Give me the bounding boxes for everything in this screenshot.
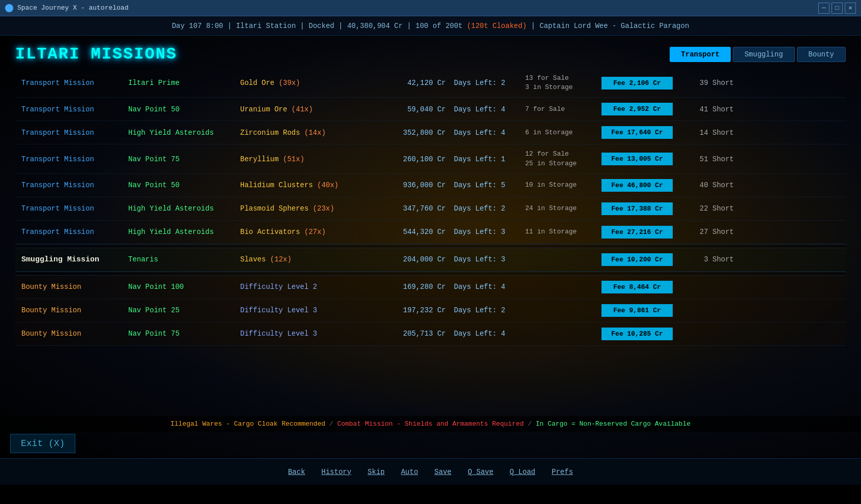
mission-type: Transport Mission: [21, 228, 128, 236]
mission-value: 260,100 Cr: [383, 155, 454, 163]
legend-combat: Combat Mission - Shields and Armaments R…: [337, 420, 524, 428]
section-divider: [15, 244, 846, 248]
bottom-nav: BackHistorySkipAutoSaveQ SaveQ LoadPrefs: [0, 458, 861, 485]
mission-stock: 10 in Storage: [525, 181, 601, 190]
status-text: Day 107 8:00 | Iltari Station | Docked |…: [172, 22, 463, 30]
mission-stock: 11 in Storage: [525, 227, 601, 236]
app-icon: [5, 4, 13, 12]
mission-days: Days Left: 4: [454, 330, 525, 338]
exit-button[interactable]: Exit (X): [10, 434, 75, 453]
accept-mission-button[interactable]: Fee 8,464 Cr: [601, 281, 673, 293]
mission-fee-col: Fee 13,005 Cr: [601, 153, 683, 165]
legend-sep2: /: [528, 420, 536, 428]
mission-short: 27 Short: [683, 228, 734, 236]
accept-mission-button[interactable]: Fee 13,005 Cr: [601, 153, 673, 165]
transport-row[interactable]: Transport Mission Nav Point 50 Uranium O…: [15, 98, 846, 121]
mission-destination: High Yield Asteroids: [128, 129, 240, 137]
tab-bounty[interactable]: Bounty: [797, 47, 846, 62]
mission-value: 169,280 Cr: [383, 283, 454, 291]
mission-fee-col: Fee 46,800 Cr: [601, 179, 683, 192]
mission-fee-col: Fee 2,106 Cr: [601, 77, 683, 90]
bounty-row[interactable]: Bounty Mission Nav Point 25 Difficulty L…: [15, 299, 846, 322]
mission-destination: Nav Point 50: [128, 105, 240, 113]
mission-fee-col: Fee 8,464 Cr: [601, 281, 683, 293]
minimize-button[interactable]: —: [818, 3, 829, 14]
mission-days: Days Left: 1: [454, 155, 525, 163]
accept-mission-button[interactable]: Fee 27,216 Cr: [601, 226, 673, 239]
accept-mission-button[interactable]: Fee 17,388 Cr: [601, 202, 673, 215]
mission-destination: High Yield Asteroids: [128, 204, 240, 213]
mission-difficulty: Difficulty Level 3: [240, 306, 383, 314]
accept-mission-button[interactable]: Fee 9,861 Cr: [601, 304, 673, 317]
transport-row[interactable]: Transport Mission Nav Point 50 Halidium …: [15, 174, 846, 197]
mission-fee-col: Fee 10,200 Cr: [601, 253, 683, 266]
mission-difficulty: Difficulty Level 3: [240, 330, 383, 338]
transport-row[interactable]: Transport Mission Nav Point 75 Beryllium…: [15, 144, 846, 173]
bounty-row[interactable]: Bounty Mission Nav Point 100 Difficulty …: [15, 276, 846, 299]
mission-days: Days Left: 2: [454, 306, 525, 314]
mission-cargo: Gold Ore (39x): [240, 79, 383, 87]
mission-fee-col: Fee 2,952 Cr: [601, 103, 683, 115]
bounty-row[interactable]: Bounty Mission Nav Point 75 Difficulty L…: [15, 322, 846, 346]
accept-mission-button[interactable]: Fee 10,285 Cr: [601, 328, 673, 340]
mission-cargo: Plasmoid Spheres (23x): [240, 204, 383, 213]
transport-row[interactable]: Transport Mission High Yield Asteroids P…: [15, 197, 846, 221]
legend-cargo: In Cargo = Non-Reserved Cargo Available: [536, 420, 691, 428]
mission-type: Bounty Mission: [21, 306, 128, 314]
mission-days: Days Left: 3: [454, 255, 525, 263]
nav-button-prefs[interactable]: Prefs: [552, 468, 573, 476]
nav-button-auto[interactable]: Auto: [401, 468, 418, 476]
window-controls: — □ ✕: [818, 3, 856, 14]
maximize-button[interactable]: □: [831, 3, 843, 14]
nav-button-history[interactable]: History: [322, 468, 352, 476]
mission-value: 42,120 Cr: [383, 79, 454, 87]
mission-destination: Tenaris: [128, 255, 240, 263]
mission-list: Transport Mission Iltari Prime Gold Ore …: [0, 69, 861, 346]
nav-button-back[interactable]: Back: [288, 468, 305, 476]
accept-mission-button[interactable]: Fee 2,106 Cr: [601, 77, 673, 90]
nav-button-skip[interactable]: Skip: [367, 468, 385, 476]
mission-destination: Nav Point 75: [128, 330, 240, 338]
nav-button-q-load[interactable]: Q Load: [510, 468, 535, 476]
nav-button-q-save[interactable]: Q Save: [468, 468, 493, 476]
tab-transport[interactable]: Transport: [670, 47, 731, 62]
tab-smuggling[interactable]: Smuggling: [733, 47, 795, 62]
mission-cargo: Halidium Clusters (40x): [240, 181, 383, 189]
transport-row[interactable]: Transport Mission Iltari Prime Gold Ore …: [15, 69, 846, 98]
close-button[interactable]: ✕: [845, 3, 856, 14]
mission-difficulty: Difficulty Level 2: [240, 283, 383, 291]
transport-row[interactable]: Transport Mission High Yield Asteroids B…: [15, 221, 846, 244]
mission-short: 40 Short: [683, 181, 734, 189]
legend-warn: Illegal Wares - Cargo Cloak Recommended: [170, 420, 325, 428]
tab-group: Transport Smuggling Bounty: [670, 47, 846, 62]
bounty-section: Bounty Mission Nav Point 100 Difficulty …: [15, 276, 846, 346]
nav-button-save[interactable]: Save: [435, 468, 452, 476]
mission-fee-col: Fee 9,861 Cr: [601, 304, 683, 317]
mission-fee-col: Fee 27,216 Cr: [601, 226, 683, 239]
mission-cargo: Bio Activators (27x): [240, 228, 383, 236]
mission-type: Bounty Mission: [21, 283, 128, 291]
mission-fee-col: Fee 17,388 Cr: [601, 202, 683, 215]
mission-stock: 12 for Sale25 in Storage: [525, 150, 601, 168]
mission-days: Days Left: 5: [454, 181, 525, 189]
mission-cargo: Slaves (12x): [240, 255, 383, 263]
mission-type: Smuggling Mission: [21, 255, 128, 264]
mission-days: Days Left: 4: [454, 105, 525, 113]
smuggling-section: Smuggling Mission Tenaris Slaves (12x) 2…: [15, 248, 846, 272]
accept-mission-button[interactable]: Fee 2,952 Cr: [601, 103, 673, 115]
mission-destination: Nav Point 25: [128, 306, 240, 314]
accept-mission-button[interactable]: Fee 10,200 Cr: [601, 253, 673, 266]
header-area: ILTARI MISSIONS Transport Smuggling Boun…: [0, 36, 861, 69]
smuggling-row[interactable]: Smuggling Mission Tenaris Slaves (12x) 2…: [15, 248, 846, 272]
mission-short: 51 Short: [683, 155, 734, 163]
mission-stock: 13 for Sale3 in Storage: [525, 74, 601, 92]
accept-mission-button[interactable]: Fee 17,640 Cr: [601, 126, 673, 139]
transport-row[interactable]: Transport Mission High Yield Asteroids Z…: [15, 121, 846, 144]
accept-mission-button[interactable]: Fee 46,800 Cr: [601, 179, 673, 192]
mission-type: Transport Mission: [21, 79, 128, 87]
main-area: ILTARI MISSIONS Transport Smuggling Boun…: [0, 36, 861, 458]
mission-days: Days Left: 4: [454, 129, 525, 137]
legend-sep1: /: [329, 420, 337, 428]
mission-destination: Iltari Prime: [128, 79, 240, 87]
mission-type: Transport Mission: [21, 204, 128, 213]
